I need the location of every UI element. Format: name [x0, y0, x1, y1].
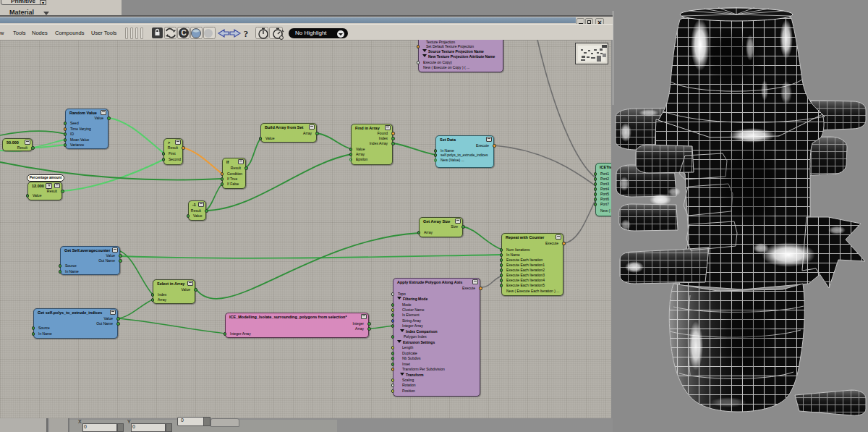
svg-text:?: ? [244, 28, 249, 39]
svg-text:C: C [181, 29, 186, 37]
